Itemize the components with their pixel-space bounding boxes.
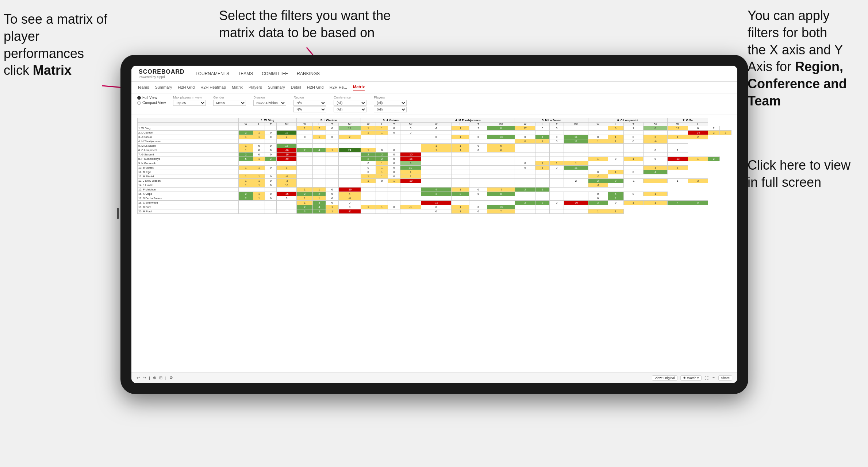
tab-detail[interactable]: Detail — [291, 85, 301, 90]
filters-row: Full View Compact View Max players in vi… — [131, 93, 737, 115]
matrix-cell — [277, 126, 297, 131]
matrix-cell — [313, 174, 326, 179]
tab-h2h-grid2[interactable]: H2H Grid — [307, 85, 324, 90]
matrix-cell: 1 — [313, 188, 326, 192]
player-name-cell: 11. M Ege — [138, 170, 239, 174]
nav-tournaments[interactable]: TOURNAMENTS — [196, 71, 229, 76]
logo-sub: Powered by clppd — [139, 75, 185, 79]
tab-matrix-active[interactable]: Matrix — [353, 85, 365, 90]
nav-teams[interactable]: TEAMS — [238, 71, 253, 76]
matrix-cell — [421, 161, 452, 166]
tab-matrix[interactable]: Matrix — [232, 85, 243, 90]
matrix-cell — [487, 153, 515, 157]
tab-players[interactable]: Players — [249, 85, 262, 90]
matrix-cell: 2 — [376, 153, 388, 157]
nav-committee[interactable]: COMMITTEE — [262, 71, 288, 76]
matrix-cell: 4 — [668, 201, 688, 205]
more-icon[interactable]: ⋯ — [711, 375, 715, 380]
matrix-cell — [388, 135, 400, 139]
matrix-cell — [469, 179, 487, 183]
matrix-cell: 0 — [265, 192, 277, 196]
matrix-cell — [535, 209, 550, 214]
matrix-cell: 2 — [720, 131, 731, 135]
matrix-cell: 0 — [643, 126, 667, 131]
tab-h2h-grid[interactable]: H2H Grid — [178, 85, 195, 90]
players-label: Players — [374, 96, 407, 99]
view-original-btn[interactable]: View: Original — [652, 375, 677, 381]
matrix-cell — [361, 139, 376, 144]
division-select[interactable]: NCAA Division I — [253, 100, 286, 106]
tab-teams[interactable]: Teams — [137, 85, 149, 90]
players-select1[interactable]: (All) — [374, 100, 407, 106]
matrix-cell: 2 — [708, 131, 720, 135]
matrix-cell — [388, 192, 400, 196]
matrix-cell — [588, 131, 608, 135]
conference-select1[interactable]: (All) — [334, 100, 366, 106]
matrix-cell — [469, 131, 487, 135]
gender-select[interactable]: Men's — [213, 100, 246, 106]
matrix-cell — [515, 183, 535, 188]
matrix-cell — [452, 183, 469, 188]
matrix-cell — [564, 131, 588, 135]
radio-compact-view[interactable]: Compact View — [137, 101, 166, 105]
matrix-cell — [297, 144, 313, 148]
matrix-cell — [550, 144, 564, 148]
matrix-cell: 0 — [623, 135, 643, 139]
fullscreen-icon[interactable]: ⛶ — [704, 376, 708, 380]
matrix-cell — [469, 153, 487, 157]
players-select2[interactable]: (All) — [374, 107, 407, 112]
matrix-cell: 1 — [376, 166, 388, 170]
matrix-cell — [421, 196, 452, 201]
cursor-icon[interactable]: ⊕ — [153, 375, 156, 380]
matrix-cell — [452, 131, 469, 135]
matrix-cell: -25 — [277, 192, 297, 196]
matrix-cell: 2 — [313, 192, 326, 196]
matrix-cell: 2 — [239, 153, 253, 157]
region-select1[interactable]: N/A — [293, 100, 326, 106]
matrix-cell — [265, 209, 277, 214]
matrix-cell — [487, 170, 515, 174]
table-row: 3. J Koivun110201020101304011010312 — [138, 135, 731, 139]
radio-full-view[interactable]: Full View — [137, 96, 166, 100]
sub-l4: L — [452, 123, 469, 126]
conference-select2[interactable]: (All) — [334, 107, 366, 112]
matrix-cell — [564, 209, 588, 214]
max-players-select[interactable]: Top 25 — [173, 100, 206, 106]
player-name-cell: 6. C Lamprecht — [138, 148, 239, 153]
matrix-cell — [623, 144, 643, 148]
redo-icon[interactable]: ↪ — [143, 375, 146, 380]
share-btn[interactable]: Share — [718, 375, 732, 381]
player-name-cell: 13. J Skov Olesen — [138, 179, 239, 183]
matrix-cell: 0 — [643, 148, 667, 153]
matrix-cell: 1 — [313, 196, 326, 201]
matrix-cell: 1 — [668, 179, 688, 183]
matrix-cell: 0 — [265, 148, 277, 153]
matrix-cell — [487, 131, 515, 135]
matrix-cell: 1 — [623, 157, 643, 161]
max-players-label: Max players in view — [173, 96, 206, 99]
grid-icon[interactable]: ⊞ — [159, 375, 162, 380]
watch-btn[interactable]: 👁 Watch ▾ — [680, 375, 702, 381]
matrix-cell: 4 — [643, 170, 667, 174]
tab-summary2[interactable]: Summary — [268, 85, 285, 90]
tab-h2h-he[interactable]: H2H He... — [330, 85, 347, 90]
matrix-cell: 10 — [400, 166, 421, 170]
matrix-cell — [588, 153, 608, 157]
settings-icon[interactable]: ⚙ — [169, 375, 173, 380]
matrix-cell — [623, 131, 643, 135]
sub-d5: Dif — [564, 123, 588, 126]
nav-rankings[interactable]: RANKINGS — [297, 71, 320, 76]
tab-h2h-heatmap[interactable]: H2H Heatmap — [200, 85, 226, 90]
table-row: 18. C Sherwood1300-15220-10301145 — [138, 201, 731, 205]
matrix-cell — [253, 205, 265, 209]
matrix-cell: 1 — [253, 135, 265, 139]
undo-icon[interactable]: ↩ — [137, 375, 140, 380]
tab-summary[interactable]: Summary — [155, 85, 172, 90]
matrix-cell: 1 — [313, 135, 326, 139]
matrix-cell: 0 — [253, 148, 265, 153]
matrix-cell: 1 — [421, 144, 452, 148]
region-select2[interactable]: N/A — [293, 107, 326, 112]
matrix-cell — [588, 126, 608, 131]
sub-w6: W — [588, 123, 608, 126]
matrix-cell — [452, 201, 469, 205]
